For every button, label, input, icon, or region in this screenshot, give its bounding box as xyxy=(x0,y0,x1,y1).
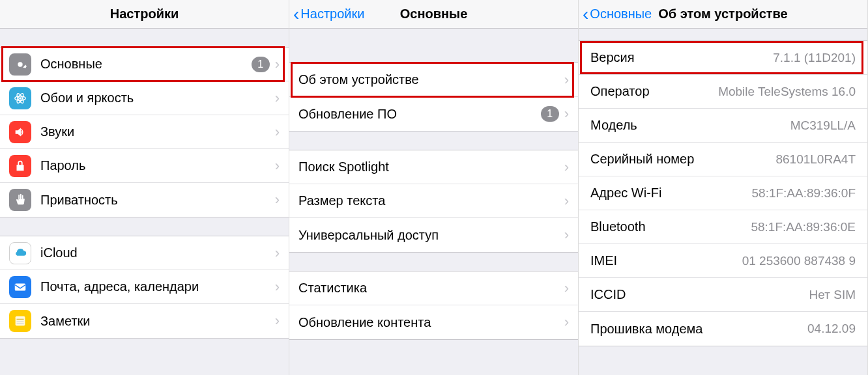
header-title: Основные xyxy=(400,7,468,21)
chevron-right-icon: › xyxy=(275,245,280,262)
row-label: Bluetooth xyxy=(590,219,751,234)
svg-rect-5 xyxy=(16,316,25,326)
chevron-right-icon: › xyxy=(564,314,569,331)
chevron-right-icon: › xyxy=(564,72,569,89)
chevron-right-icon: › xyxy=(564,159,569,176)
row-general[interactable]: Основные1› xyxy=(0,48,289,81)
row-software-update[interactable]: Обновление ПО1› xyxy=(289,97,578,131)
row-label: Об этом устройстве xyxy=(298,72,564,87)
row-label: Поиск Spotlight xyxy=(298,160,564,174)
header: ‹ Основные Об этом устройстве xyxy=(579,0,867,29)
header-title: Настройки xyxy=(110,7,179,21)
row-label: Обновление контента xyxy=(298,315,564,330)
row-carrier: ОператорMobile TeleSystems 16.0 xyxy=(579,75,867,109)
svg-point-0 xyxy=(19,97,22,100)
row-spotlight[interactable]: Поиск Spotlight› xyxy=(289,150,578,184)
mail-icon xyxy=(9,276,31,298)
row-value: 7.1.1 (11D201) xyxy=(773,51,856,65)
row-value: Mobile TeleSystems 16.0 xyxy=(718,85,856,99)
row-content-update[interactable]: Обновление контента› xyxy=(289,305,578,339)
back-button[interactable]: ‹ Настройки xyxy=(293,5,364,23)
row-label: IMEI xyxy=(590,253,742,268)
gear-icon xyxy=(9,53,31,76)
row-label: Статистика xyxy=(298,281,564,296)
chevron-left-icon: ‹ xyxy=(583,5,588,23)
cloud-icon xyxy=(9,242,31,264)
row-value: Нет SIM xyxy=(809,288,856,302)
row-label: Обои и яркость xyxy=(40,90,275,105)
chevron-right-icon: › xyxy=(275,279,280,296)
row-value: 86101L0RA4T xyxy=(775,152,856,167)
chevron-right-icon: › xyxy=(564,193,569,210)
row-label: ICCID xyxy=(590,287,809,302)
row-sounds[interactable]: Звуки› xyxy=(0,115,289,149)
row-label: Универсальный доступ xyxy=(298,228,564,243)
row-label: Обновление ПО xyxy=(298,107,541,122)
row-privacy[interactable]: Приватность› xyxy=(0,183,289,217)
lock-icon xyxy=(9,155,31,177)
chevron-right-icon: › xyxy=(275,312,280,329)
header: ‹ Настройки Основные xyxy=(289,0,578,29)
row-iccid: ICCIDНет SIM xyxy=(579,278,867,312)
row-label: iCloud xyxy=(40,245,275,260)
row-label: Почта, адреса, календари xyxy=(40,279,275,294)
row-modem: Прошивка модема04.12.09 xyxy=(579,312,867,346)
notes-icon xyxy=(9,310,31,332)
row-value: 04.12.09 xyxy=(807,322,856,336)
svg-rect-4 xyxy=(15,283,26,290)
row-label: Модель xyxy=(590,118,790,133)
row-value: 01 253600 887438 9 xyxy=(742,254,856,268)
row-about[interactable]: Об этом устройстве› xyxy=(289,63,578,97)
header: Настройки xyxy=(0,0,289,29)
chevron-right-icon: › xyxy=(564,105,569,122)
row-wifi: Адрес Wi-Fi58:1F:AA:89:36:0F xyxy=(579,176,867,210)
chevron-right-icon: › xyxy=(275,158,280,174)
row-label: Звуки xyxy=(40,124,275,139)
chevron-left-icon: ‹ xyxy=(293,5,299,23)
row-imei: IMEI01 253600 887438 9 xyxy=(579,244,867,278)
row-value: 58:1F:AA:89:36:0F xyxy=(752,186,856,201)
back-label: Основные xyxy=(590,7,652,21)
row-label: Пароль xyxy=(40,158,275,173)
chevron-right-icon: › xyxy=(275,56,280,73)
row-label: Версия xyxy=(590,50,773,65)
row-bluetooth: Bluetooth58:1F:AA:89:36:0E xyxy=(579,210,867,244)
row-serial: Серийный номер86101L0RA4T xyxy=(579,143,867,176)
badge: 1 xyxy=(541,106,559,122)
badge: 1 xyxy=(252,57,270,72)
row-label: Заметки xyxy=(40,314,275,329)
row-value: 58:1F:AA:89:36:0E xyxy=(751,220,856,234)
row-statistics[interactable]: Статистика› xyxy=(289,271,578,305)
back-label: Настройки xyxy=(300,7,364,21)
chevron-right-icon: › xyxy=(275,191,280,208)
row-wallpaper[interactable]: Обои и яркость› xyxy=(0,81,289,115)
row-label: Адрес Wi-Fi xyxy=(590,186,752,201)
settings-pane: Настройки Основные1›Обои и яркость›Звуки… xyxy=(0,0,289,375)
row-text-size[interactable]: Размер текста› xyxy=(289,184,578,218)
header-title: Об этом устройстве xyxy=(658,7,787,21)
row-label: Прошивка модема xyxy=(590,322,807,337)
row-label: Приватность xyxy=(40,193,275,208)
row-notes[interactable]: Заметки› xyxy=(0,304,289,338)
chevron-right-icon: › xyxy=(275,90,280,107)
row-label: Основные xyxy=(40,57,252,72)
row-icloud[interactable]: iCloud› xyxy=(0,236,289,270)
speaker-icon xyxy=(9,121,31,143)
row-label: Серийный номер xyxy=(590,152,775,167)
row-passcode[interactable]: Пароль› xyxy=(0,149,289,183)
row-accessibility[interactable]: Универсальный доступ› xyxy=(289,218,578,252)
row-value: MC319LL/A xyxy=(790,118,856,133)
chevron-right-icon: › xyxy=(564,280,569,297)
row-model: МодельMC319LL/A xyxy=(579,109,867,143)
row-mail[interactable]: Почта, адреса, календари› xyxy=(0,270,289,304)
row-label: Оператор xyxy=(590,84,718,99)
chevron-right-icon: › xyxy=(564,227,569,243)
row-label: Размер текста xyxy=(298,193,564,208)
chevron-right-icon: › xyxy=(275,124,280,141)
hand-icon xyxy=(9,189,31,211)
general-pane: ‹ Настройки Основные Об этом устройстве›… xyxy=(289,0,579,375)
back-button[interactable]: ‹ Основные xyxy=(583,5,652,23)
about-pane: ‹ Основные Об этом устройстве Версия7.1.… xyxy=(579,0,868,375)
row-version: Версия7.1.1 (11D201) xyxy=(579,41,867,75)
atom-icon xyxy=(9,87,31,109)
